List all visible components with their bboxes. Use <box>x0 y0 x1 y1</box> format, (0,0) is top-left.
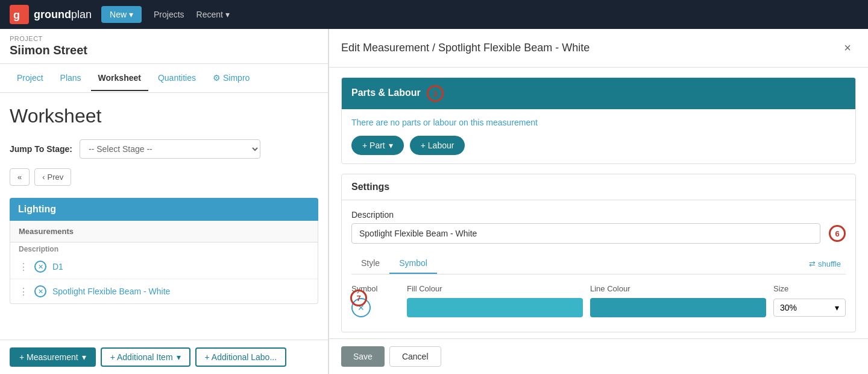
measurement-icon: ✕ <box>34 261 46 273</box>
jump-to-stage-row: Jump To Stage: -- Select Stage -- <box>10 139 318 159</box>
table-row: ⋮ ✕ D1 <box>10 255 318 279</box>
line-color-picker[interactable] <box>590 298 766 317</box>
tab-plans[interactable]: Plans <box>53 66 89 91</box>
drag-handle-icon[interactable]: ⋮ <box>19 286 28 297</box>
projects-link[interactable]: Projects <box>154 10 184 19</box>
bottom-actions: + Measurement ▾ + Additional Item ▾ + Ad… <box>0 340 328 374</box>
tab-style[interactable]: Style <box>351 253 389 274</box>
first-page-icon: « <box>17 173 22 182</box>
jump-label: Jump To Stage: <box>10 144 72 154</box>
tab-items: Style Symbol <box>351 253 437 274</box>
lighting-header: Lighting <box>10 198 318 221</box>
first-page-button[interactable]: « <box>10 168 30 186</box>
modal-header: Edit Measurement / Spotlight Flexible Be… <box>329 29 868 68</box>
symbol-row-headers: Symbol Fill Colour Line Colour Size <box>351 284 846 293</box>
description-label: Description <box>351 210 846 220</box>
modal-footer: Save Cancel <box>329 338 868 374</box>
navigation-buttons: « ‹ Prev <box>10 168 318 186</box>
add-additional-labour-button[interactable]: + Additional Labo... <box>195 347 287 367</box>
table-row: ⋮ ✕ Spotlight Flexible Beam - White <box>10 279 318 303</box>
x-icon: ✕ <box>38 288 43 296</box>
modal-title: Edit Measurement / Spotlight Flexible Be… <box>341 42 590 54</box>
symbol-cell: ✕ 7 <box>351 298 400 317</box>
left-panel: PROJECT Siimon Street Project Plans Work… <box>0 29 329 374</box>
tab-bar: Project Plans Worksheet Quantities ⚙ Sim… <box>0 64 328 93</box>
description-col-header: Description <box>10 242 318 255</box>
page-title: Worksheet <box>10 105 318 127</box>
tab-symbol[interactable]: Symbol <box>389 253 437 274</box>
new-button[interactable]: New ▾ <box>101 6 142 23</box>
tab-quantities[interactable]: Quantities <box>151 66 203 91</box>
edit-measurement-panel: Edit Measurement / Spotlight Flexible Be… <box>329 29 868 374</box>
shuffle-icon: ⇄ <box>809 259 816 268</box>
project-label: PROJECT <box>0 29 328 43</box>
save-button[interactable]: Save <box>341 346 385 367</box>
measurements-table: Measurements Description ⋮ ✕ D1 ⋮ ✕ <box>10 221 318 304</box>
chevron-left-icon: ‹ <box>42 173 45 182</box>
parts-header: Parts & Labour 3 <box>342 78 855 109</box>
size-col-header: Size <box>773 284 846 293</box>
no-parts-message: There are no parts or labour on this mea… <box>351 118 846 127</box>
measurement-spotlight-link[interactable]: Spotlight Flexible Beam - White <box>52 287 170 296</box>
tab-worksheet[interactable]: Worksheet <box>91 66 148 91</box>
add-labour-button[interactable]: + Labour <box>410 136 465 155</box>
measurement-icon: ✕ <box>34 285 46 297</box>
add-measurement-button[interactable]: + Measurement ▾ <box>10 347 96 367</box>
settings-header: Settings <box>342 174 855 200</box>
gear-icon: ⚙ <box>213 73 221 83</box>
description-input[interactable] <box>351 223 820 244</box>
recent-link[interactable]: Recent ▾ <box>197 10 230 19</box>
tab-simpro[interactable]: ⚙ Simpro <box>206 66 257 91</box>
main-layout: PROJECT Siimon Street Project Plans Work… <box>0 29 868 374</box>
lighting-section: Lighting Measurements Description ⋮ ✕ D1… <box>10 198 318 304</box>
tab-project[interactable]: Project <box>10 66 51 91</box>
drag-handle-icon[interactable]: ⋮ <box>19 261 28 273</box>
stage-select[interactable]: -- Select Stage -- <box>80 139 260 159</box>
cancel-button[interactable]: Cancel <box>389 346 441 367</box>
add-part-button[interactable]: + Part ▾ <box>351 136 404 155</box>
parts-body: There are no parts or labour on this mea… <box>342 109 855 163</box>
prev-button[interactable]: ‹ Prev <box>34 168 71 186</box>
settings-body: Description 6 Style Symbol ⇄ shuffl <box>342 200 855 332</box>
fill-color-picker[interactable] <box>407 298 583 317</box>
annotation-3: 3 <box>427 85 444 102</box>
shuffle-button[interactable]: ⇄ shuffle <box>804 257 846 271</box>
logo-text: groundplan <box>34 8 92 21</box>
x-icon: ✕ <box>38 263 43 271</box>
left-content: Worksheet Jump To Stage: -- Select Stage… <box>0 93 328 340</box>
symbol-row-values: ✕ 7 30% ▾ <box>351 298 846 317</box>
project-name: Siimon Street <box>0 43 328 64</box>
annotation-7: 7 <box>350 290 367 306</box>
top-navigation: g groundplan New ▾ Projects Recent ▾ <box>0 0 868 29</box>
settings-section: Settings Description 6 Style Symbol <box>341 174 856 332</box>
annotation-6: 6 <box>829 225 846 242</box>
logo: g groundplan <box>10 5 92 24</box>
measurements-header: Measurements <box>10 221 318 242</box>
close-button[interactable]: × <box>839 39 856 57</box>
style-symbol-tabs: Style Symbol ⇄ shuffle <box>351 253 846 274</box>
line-col-header: Line Colour <box>590 284 766 293</box>
modal-body: Parts & Labour 3 There are no parts or l… <box>329 68 868 338</box>
fill-col-header: Fill Colour <box>407 284 583 293</box>
parts-labour-section: Parts & Labour 3 There are no parts or l… <box>341 77 856 164</box>
svg-text:g: g <box>13 9 20 21</box>
size-dropdown[interactable]: 30% ▾ <box>773 299 846 317</box>
parts-actions: + Part ▾ + Labour <box>351 136 846 155</box>
measurement-d1-link[interactable]: D1 <box>52 262 63 271</box>
logo-icon: g <box>10 5 29 24</box>
add-additional-item-button[interactable]: + Additional Item ▾ <box>101 347 190 367</box>
